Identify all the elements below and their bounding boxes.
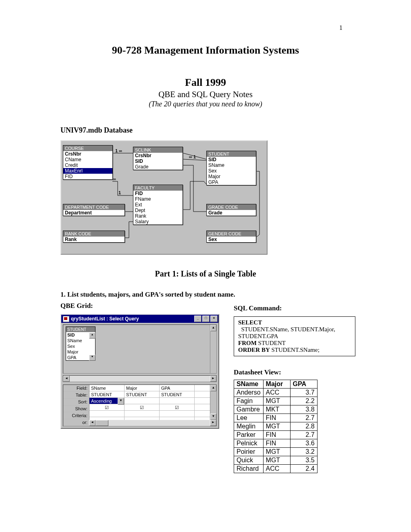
field: FID (133, 191, 183, 196)
scroll-up-icon[interactable]: ▲ (210, 385, 216, 391)
table-row: FaginMGT2.2 (234, 397, 318, 405)
table-course: COURSE CrsNbr CName Credit MaxEnrl FID (63, 145, 113, 180)
table-row: RichardACC2.4 (234, 465, 318, 473)
cell-field[interactable]: GPA (160, 385, 194, 391)
table-rankcode-header: RANK CODE (63, 231, 125, 237)
table-row: GambreMKT3.8 (234, 405, 318, 414)
table-row: PelnickFIN3.6 (234, 439, 318, 448)
close-button[interactable]: × (210, 316, 218, 322)
row-label: Sort: (63, 399, 89, 405)
cell-sort[interactable] (125, 398, 159, 404)
table-student-header: STUDENT (207, 151, 256, 157)
field: Rank (63, 237, 125, 242)
qbe-label: QBE Grid: (60, 302, 222, 310)
scroll-left-icon[interactable]: ◄ (89, 420, 95, 426)
table-sclink: SCLINK CrsNbr SID Grade (133, 147, 183, 170)
field[interactable]: Sex (66, 343, 95, 349)
maximize-button[interactable]: □ (202, 316, 210, 322)
field: SID (133, 158, 183, 164)
field: Rank (133, 213, 183, 219)
field: FID (63, 174, 112, 179)
doc-tagline: (The 20 queries that you need to know) (60, 100, 351, 108)
table-rankcode: RANK CODE Rank (63, 231, 125, 243)
field-selected: MaxEnrl (63, 168, 112, 174)
page-number: 1 (339, 24, 342, 31)
table-sclink-header: SCLINK (133, 147, 183, 153)
scroll-up-icon[interactable]: ▲ (210, 325, 216, 331)
datasheet-table: SName Major GPA AndersoACC3.7 FaginMGT2.… (234, 380, 318, 473)
vscrollbar[interactable]: ▲ (210, 325, 216, 373)
doc-title-1: 90-728 Management Information Systems (60, 44, 351, 56)
part-heading: Part 1: Lists of a Single Table (60, 269, 351, 278)
field: Department (63, 210, 125, 216)
cell-table[interactable]: STUDENT (125, 391, 159, 398)
rel-inf: ∞ (113, 177, 116, 181)
hscrollbar[interactable]: ◄► (63, 375, 217, 382)
row-label: or: (63, 419, 89, 426)
rel-1-inf: 1 ∞ (115, 148, 122, 153)
table-row: QuickMGT3.5 (234, 456, 318, 465)
field: SName (207, 162, 256, 168)
cell-criteria[interactable] (89, 411, 124, 417)
field: Salary (133, 219, 183, 224)
hscrollbar[interactable]: ◄► (89, 420, 216, 426)
field: Sex (207, 168, 256, 174)
cell-table[interactable]: STUDENT (89, 391, 124, 398)
field[interactable]: Major (66, 349, 95, 355)
qbe-window: qryStudentList : Select Query _ □ × STUD… (60, 314, 219, 429)
row-label: Field: (63, 385, 89, 392)
cell-criteria[interactable] (160, 411, 194, 417)
cell-table[interactable]: STUDENT (160, 391, 194, 398)
field: CrsNbr (63, 151, 112, 157)
cell-field[interactable]: Major (125, 385, 159, 391)
cell-sort[interactable]: Ascending▼ (89, 398, 124, 404)
schema-diagram: 1 ∞ ∞ 1 ∞ 1 COURSE CrsNbr CName Credit M… (60, 140, 268, 255)
sql-keyword: FROM (238, 340, 257, 346)
table-gradecode-header: GRADE CODE (207, 204, 256, 210)
minimize-button[interactable]: _ (194, 316, 201, 322)
vscrollbar[interactable]: ▲▼ (210, 385, 216, 420)
scroll-left-icon[interactable]: ◄ (63, 376, 70, 382)
app-icon (63, 316, 69, 322)
cell-show[interactable]: ☑ (160, 404, 194, 411)
table-row: PoirierMGT3.2 (234, 448, 318, 456)
field: FName (133, 196, 183, 202)
row-label: Show: (63, 405, 89, 412)
table-row: LeeFIN2.7 (234, 414, 318, 422)
scroll-right-icon[interactable]: ► (210, 376, 216, 382)
table-deptcode: DEPARTMENT CODE Department (63, 204, 125, 216)
scroll-right-icon[interactable]: ► (210, 420, 216, 426)
sql-body: STUDENT (258, 340, 286, 346)
field: CName (63, 157, 112, 162)
rel-inf-1: ∞ 1 (189, 154, 196, 159)
field: GPA (207, 179, 256, 185)
table-deptcode-header: DEPARTMENT CODE (63, 204, 125, 210)
cell-field[interactable]: SName (89, 385, 124, 391)
field[interactable]: SName (66, 338, 95, 343)
cell-sort[interactable] (160, 398, 194, 404)
doc-subtitle: QBE and SQL Query Notes (60, 89, 351, 100)
cell-criteria[interactable] (125, 411, 159, 417)
cell-show[interactable]: ☑ (125, 404, 159, 411)
field: CrsNbr (133, 153, 183, 158)
row-label: Criteria: (63, 412, 89, 419)
field: SID (207, 157, 256, 162)
rel-1: 1 (118, 190, 121, 195)
field: Grade (133, 164, 183, 170)
cell-show[interactable]: ☑ (89, 404, 124, 411)
qbe-student-table[interactable]: STUDENT SID SName Sex Major GPA ▲ ▼ (66, 326, 95, 361)
scroll-up-icon[interactable]: ▲ (89, 332, 95, 339)
qbe-titlebar[interactable]: qryStudentList : Select Query _ □ × (61, 315, 218, 323)
qbe-design-grid: Field: Table: Sort: Show: Criteria: or: … (63, 384, 217, 426)
row-label: Table: (63, 392, 89, 399)
col-header: SName (234, 380, 264, 389)
table-row: MeglinMGT2.8 (234, 422, 318, 431)
field: Ext (133, 202, 183, 208)
grid-row-labels: Field: Table: Sort: Show: Criteria: or: (63, 385, 89, 426)
field: Major (207, 174, 256, 179)
scroll-down-icon[interactable]: ▼ (89, 355, 95, 361)
field: Grade (207, 210, 256, 216)
scroll-down-icon[interactable]: ▼ (210, 414, 216, 420)
dropdown-icon[interactable]: ▼ (118, 398, 124, 405)
scroll-thumb[interactable] (95, 420, 108, 426)
